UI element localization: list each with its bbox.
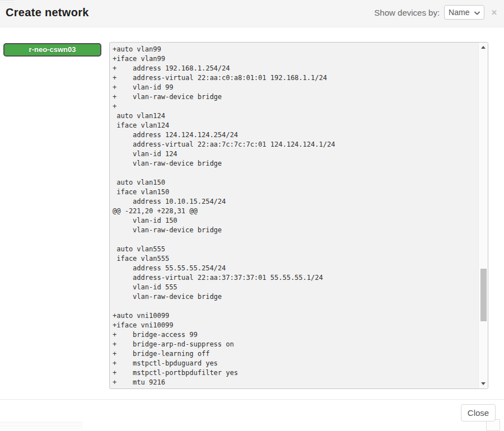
create-network-dialog: Create network Show devices by: Name ✕ r… [0,0,504,431]
page-scrollbar-artifact-top-left [0,0,15,5]
chevron-down-icon [474,7,480,17]
close-button[interactable]: Close [461,404,496,421]
scrollbar-thumb[interactable] [480,269,487,321]
config-diff-textarea[interactable]: +auto vlan99 +iface vlan99 + address 192… [109,42,488,389]
close-icon[interactable]: ✕ [491,9,497,16]
page-title: Create network [6,6,89,19]
device-button[interactable]: r-neo-cswn03 [3,43,101,57]
show-devices-select-value: Name [449,8,469,17]
header-controls: Show devices by: Name ✕ [374,4,497,20]
show-devices-by-label: Show devices by: [374,8,440,17]
dialog-header: Create network Show devices by: Name ✕ [0,0,504,27]
textarea-scrollbar[interactable] [478,43,488,388]
footer-divider [0,399,504,400]
config-diff-content: +auto vlan99 +iface vlan99 + address 192… [110,43,478,388]
page-scrollbar-artifact-bottom-left [0,421,83,429]
scroll-down-arrow-icon[interactable] [479,379,488,388]
show-devices-select[interactable]: Name [444,5,484,20]
scroll-up-arrow-icon[interactable] [479,43,488,52]
